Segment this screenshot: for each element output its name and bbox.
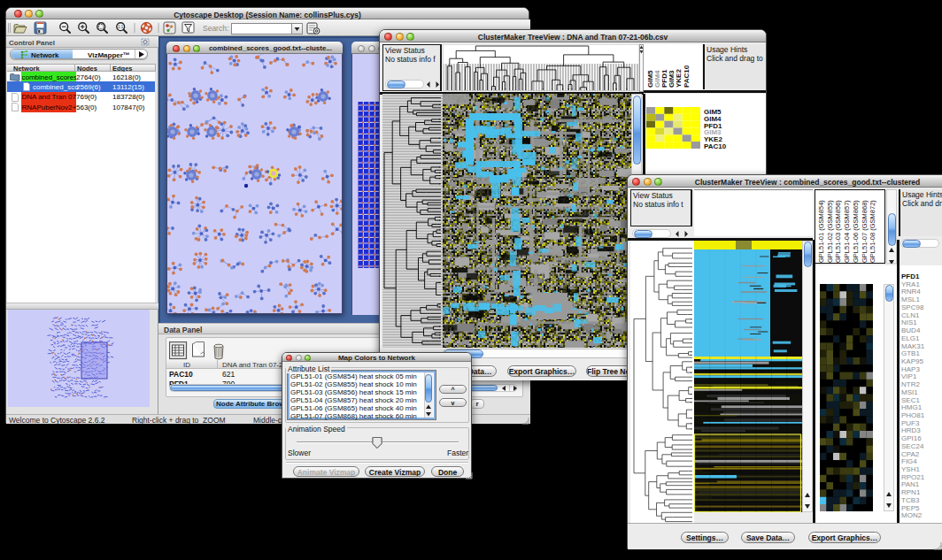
svg-text:Search:: Search: (203, 24, 228, 33)
svg-text:1:1: 1:1 (118, 25, 124, 29)
